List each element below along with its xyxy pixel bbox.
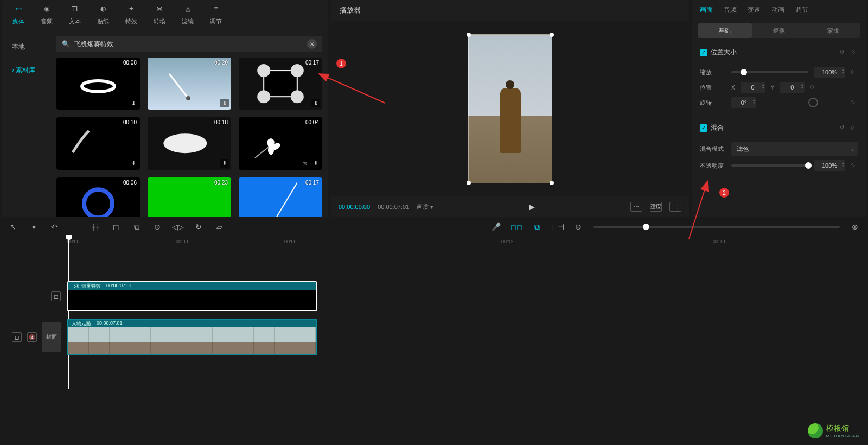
cat-sticker[interactable]: ◐贴纸 [97,2,110,26]
keyframe-icon[interactable]: ◇ [810,84,818,91]
timecode-total: 00:00:07:01 [378,204,409,210]
download-icon[interactable]: ⬇ [129,99,138,107]
rotation-label: 旋转 [700,99,726,107]
link-icon[interactable]: ⧉ [532,221,542,232]
download-icon[interactable]: ⬇ [220,99,229,107]
duplicate-icon[interactable]: ⧉ [131,221,142,232]
cat-effect[interactable]: ✦特效 [125,2,138,26]
fullscreen-icon[interactable]: ⛶ [669,202,681,212]
cat-filter[interactable]: ◬滤镜 [181,2,194,26]
track-mute-icon[interactable]: 🔇 [27,332,37,342]
cat-audio[interactable]: ◉音频 [40,2,53,26]
download-icon[interactable]: ⬇ [129,159,138,168]
track-visibility-icon[interactable]: ◻ [12,332,22,342]
keyframe-icon[interactable]: ◇ [851,49,858,56]
lib-tab-stock[interactable]: 素材库 [2,62,51,78]
clip-effect[interactable]: 飞机烟雾特效00:00:07:01 [67,281,317,312]
zoom-out-icon[interactable]: ⊖ [573,221,584,232]
asset-thumb[interactable]: 00:08⬇ [56,58,140,110]
keyframe-icon[interactable]: ◇ [851,162,858,169]
cat-text[interactable]: TI文本 [68,2,81,26]
download-icon[interactable]: ⬇ [220,159,229,168]
clip-name: 人物走路 [72,320,91,327]
opacity-label: 不透明度 [700,162,726,170]
subtab-basic[interactable]: 基础 [698,23,752,38]
lib-tab-local[interactable]: 本地 [2,39,51,55]
mirror-icon[interactable]: ◁▷ [173,221,183,232]
checkbox-icon[interactable]: ✓ [700,124,707,132]
select-tool-icon[interactable]: ↖ [8,221,18,232]
keyframe-icon[interactable]: ◇ [851,68,858,76]
play-button[interactable]: ▶ [529,202,535,211]
favorite-icon[interactable]: ☆ [301,159,309,168]
fit-icon[interactable]: 适应 [650,202,662,212]
blend-mode-select[interactable]: 滤色 [731,142,858,156]
asset-thumb[interactable]: 00:23⬇ [148,177,231,218]
split-icon[interactable]: ⟊⟊ [90,221,101,232]
mic-icon[interactable]: 🎤 [490,221,501,232]
tab-picture[interactable]: 画面 [700,5,713,15]
clear-search-icon[interactable]: ✕ [307,39,317,49]
download-icon[interactable]: ⬇ [311,159,320,168]
magnet-icon[interactable]: ⊓⊓ [511,221,522,232]
zoom-slider[interactable] [593,226,840,228]
pos-x-input[interactable]: 0▴▾ [741,82,765,93]
rotation-input[interactable]: 0°▴▾ [731,97,756,108]
clip-duration: 00:00:07:01 [97,320,123,327]
download-icon[interactable]: ⬇ [311,99,320,107]
asset-thumb[interactable]: 00:06⬇ [56,177,140,218]
tab-animation[interactable]: 动画 [771,5,784,15]
cover-button[interactable]: 封面 [42,322,61,352]
dropdown-icon[interactable]: ▾ [28,221,39,232]
asset-thumb[interactable]: 00:18⬇ [148,117,231,169]
asset-thumb[interactable]: 00:17⬇ [239,177,322,218]
rotate-icon[interactable]: ↻ [193,221,204,232]
watermark: 模板馆MOBANGUAN [808,423,859,438]
tab-speed[interactable]: 变速 [748,5,761,15]
clip-footage[interactable]: 人物走路00:00:07:01 [67,319,317,355]
subtab-mask[interactable]: 蒙版 [806,23,860,38]
subtab-matting[interactable]: 抠像 [752,23,806,38]
pos-y-input[interactable]: 0▴▾ [780,82,805,93]
quality-label[interactable]: 画质 ▾ [417,203,433,211]
resize-handle[interactable] [467,33,471,37]
asset-thumb[interactable]: 00:04☆⬇ [239,117,322,169]
crop-icon[interactable]: ◻ [111,221,122,232]
svg-point-1 [186,96,190,100]
opacity-slider[interactable] [731,164,808,167]
transform-icon[interactable]: ▱ [214,221,225,232]
tab-audio[interactable]: 音频 [724,5,737,15]
search-icon: 🔍 [62,40,70,48]
scale-input[interactable]: 100%▴▾ [814,67,845,78]
tab-adjust[interactable]: 调节 [795,5,808,15]
rotation-wheel-icon[interactable] [808,98,818,107]
align-icon[interactable]: ⊢⊣ [552,221,563,232]
asset-thumb[interactable]: 00:20⬇ [148,58,231,110]
timeline-ruler[interactable]: 00:00 00:03 00:06 00:12 00:18 [67,237,866,249]
speed-icon[interactable]: ⊙ [152,221,163,232]
svg-point-5 [257,90,270,103]
preview-subject [500,88,521,153]
cat-adjust[interactable]: ≡调节 [209,2,222,26]
zoom-in-icon[interactable]: ⊕ [850,221,860,232]
scale-slider[interactable] [731,71,808,73]
preview-canvas[interactable] [468,34,552,183]
keyframe-icon[interactable]: ◇ [851,124,858,132]
asset-thumb[interactable]: 00:10⬇ [56,117,140,169]
reset-icon[interactable]: ↺ [840,124,847,132]
resize-handle[interactable] [550,181,554,185]
cat-transition[interactable]: ⋈转场 [153,2,166,26]
checkbox-icon[interactable]: ✓ [700,49,707,56]
reset-icon[interactable]: ↺ [840,49,847,56]
search-input[interactable] [74,40,303,48]
keyframe-icon[interactable]: ◇ [851,99,858,106]
undo-icon[interactable]: ↶ [49,221,60,232]
preview-area[interactable] [331,21,689,196]
cat-media[interactable]: ▭媒体 [12,2,25,26]
asset-thumb[interactable]: 00:17⬇ [239,58,322,110]
opacity-input[interactable]: 100%▴▾ [814,160,845,171]
waveform-icon[interactable]: 〰 [630,202,642,212]
resize-handle[interactable] [550,33,554,37]
track-visibility-icon[interactable]: ◻ [51,291,61,301]
resize-handle[interactable] [467,181,471,185]
